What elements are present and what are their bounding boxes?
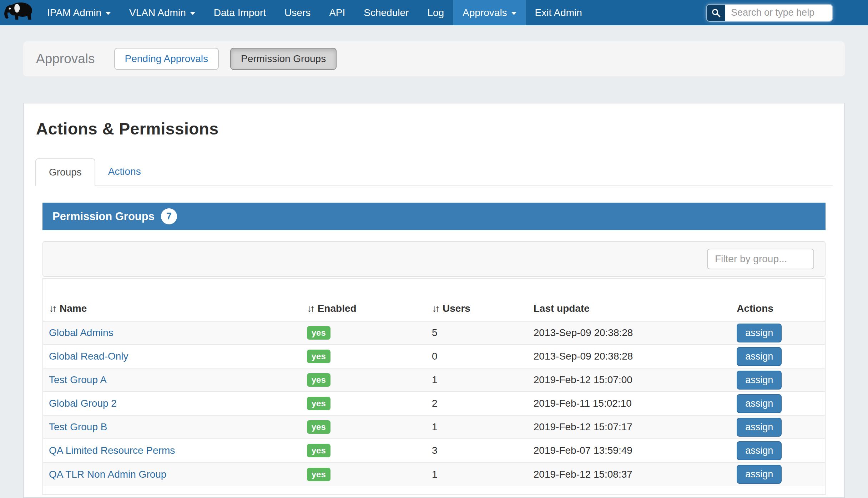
assign-button[interactable]: assign — [737, 371, 782, 390]
last-update: 2013-Sep-09 20:38:28 — [534, 327, 633, 338]
enabled-badge: yes — [307, 397, 330, 410]
table-toolbar — [42, 241, 826, 277]
nav-item-exit-admin[interactable]: Exit Admin — [526, 0, 591, 25]
table-header-row: ↓↑Name ↓↑Enabled ↓↑Users Last update Act… — [43, 279, 825, 321]
search-input[interactable] — [725, 5, 832, 21]
enabled-badge: yes — [307, 326, 330, 340]
assign-button[interactable]: assign — [737, 347, 782, 366]
section-title: Actions & Permissions — [36, 119, 833, 138]
group-name-link[interactable]: Global Group 2 — [49, 398, 117, 409]
group-name-link[interactable]: Test Group A — [49, 374, 107, 385]
users-count: 5 — [432, 327, 438, 338]
caret-down-icon — [190, 12, 195, 15]
table-row: Global Admins yes 5 2013-Sep-09 20:38:28… — [43, 321, 825, 345]
column-header-last-update: Last update — [528, 279, 731, 321]
widget-title: Permission Groups — [52, 210, 155, 223]
nav-item-log[interactable]: Log — [418, 0, 453, 25]
last-update: 2013-Sep-09 20:38:28 — [534, 351, 633, 362]
nav-menu: IPAM Admin VLAN Admin Data Import Users … — [38, 0, 591, 25]
column-header-users[interactable]: ↓↑Users — [426, 279, 528, 321]
enabled-badge: yes — [307, 420, 330, 434]
users-count: 1 — [432, 421, 438, 432]
group-name-link[interactable]: QA Limited Resource Perms — [49, 445, 175, 456]
count-badge: 7 — [161, 208, 177, 224]
nav-item-scheduler[interactable]: Scheduler — [354, 0, 418, 25]
assign-button[interactable]: assign — [737, 394, 782, 413]
group-name-link[interactable]: Global Admins — [49, 327, 113, 338]
nav-item-users[interactable]: Users — [275, 0, 320, 25]
last-update: 2019-Feb-12 15:08:37 — [534, 469, 632, 480]
groups-table: ↓↑Name ↓↑Enabled ↓↑Users Last update Act… — [43, 279, 825, 486]
table-row: Test Group A yes 1 2019-Feb-12 15:07:00 … — [43, 368, 825, 392]
last-update: 2019-Feb-07 13:59:49 — [534, 445, 632, 456]
users-count: 1 — [432, 469, 438, 480]
last-update: 2019-Feb-11 15:02:10 — [534, 398, 632, 409]
enabled-badge: yes — [307, 468, 330, 481]
nav-item-api[interactable]: API — [320, 0, 354, 25]
page-header-panel: Approvals Pending Approvals Permission G… — [23, 41, 845, 76]
tab-actions[interactable]: Actions — [95, 158, 154, 186]
column-header-name[interactable]: ↓↑Name — [43, 279, 301, 321]
sort-icon: ↓↑ — [432, 303, 438, 314]
column-header-enabled[interactable]: ↓↑Enabled — [301, 279, 426, 321]
sort-icon: ↓↑ — [307, 303, 313, 314]
table-row: QA TLR Non Admin Group yes 1 2019-Feb-12… — [43, 462, 825, 486]
table-row: Global Group 2 yes 2 2019-Feb-11 15:02:1… — [43, 392, 825, 415]
column-header-actions: Actions — [731, 279, 825, 321]
tab-groups[interactable]: Groups — [35, 158, 95, 186]
sort-icon: ↓↑ — [49, 303, 55, 314]
nav-item-data-import[interactable]: Data Import — [205, 0, 275, 25]
assign-button[interactable]: assign — [737, 418, 782, 437]
permission-groups-button[interactable]: Permission Groups — [230, 48, 337, 70]
groups-table-container: ↓↑Name ↓↑Enabled ↓↑Users Last update Act… — [42, 278, 826, 495]
last-update: 2019-Feb-12 15:07:17 — [534, 421, 632, 432]
top-navbar: IPAM Admin VLAN Admin Data Import Users … — [0, 0, 868, 25]
enabled-badge: yes — [307, 444, 330, 457]
nav-item-ipam-admin[interactable]: IPAM Admin — [38, 0, 120, 25]
group-name-link[interactable]: Test Group B — [49, 421, 107, 432]
assign-button[interactable]: assign — [737, 324, 782, 342]
users-count: 3 — [432, 445, 438, 456]
table-row: QA Limited Resource Perms yes 3 2019-Feb… — [43, 439, 825, 462]
nav-item-vlan-admin[interactable]: VLAN Admin — [120, 0, 205, 25]
enabled-badge: yes — [307, 350, 330, 363]
pending-approvals-button[interactable]: Pending Approvals — [114, 48, 219, 70]
widget-header: Permission Groups 7 — [42, 203, 826, 230]
nav-item-approvals[interactable]: Approvals — [453, 0, 526, 25]
caret-down-icon — [511, 12, 516, 15]
enabled-badge: yes — [307, 373, 330, 387]
last-update: 2019-Feb-12 15:07:00 — [534, 374, 632, 385]
users-count: 0 — [432, 351, 438, 362]
tab-bar: Groups Actions — [35, 158, 833, 186]
table-row: Global Read-Only yes 0 2013-Sep-09 20:38… — [43, 345, 825, 368]
caret-down-icon — [106, 12, 111, 15]
table-row: Test Group B yes 1 2019-Feb-12 15:07:17 … — [43, 415, 825, 439]
page-title: Approvals — [36, 51, 95, 66]
navbar-search — [707, 5, 832, 21]
search-icon — [707, 5, 725, 21]
users-count: 1 — [432, 374, 438, 385]
group-name-link[interactable]: QA TLR Non Admin Group — [49, 469, 166, 480]
elephant-logo-icon — [1, 1, 37, 25]
phpipam-logo[interactable] — [0, 0, 38, 25]
assign-button[interactable]: assign — [737, 465, 782, 484]
filter-input[interactable] — [707, 249, 814, 269]
group-name-link[interactable]: Global Read-Only — [49, 351, 128, 362]
users-count: 2 — [432, 398, 438, 409]
assign-button[interactable]: assign — [737, 441, 782, 460]
main-panel: Actions & Permissions Groups Actions Per… — [23, 103, 845, 498]
